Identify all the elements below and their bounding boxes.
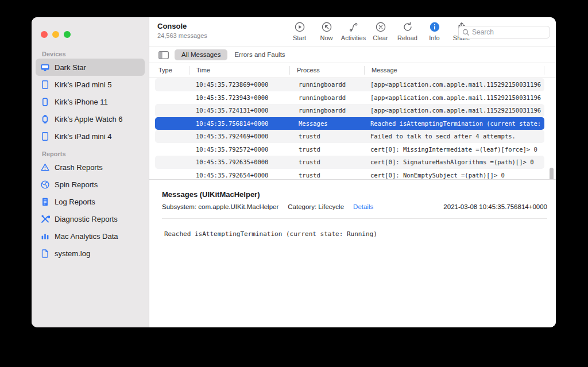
start-button[interactable]: Start: [286, 20, 313, 41]
sidebar: Devices Dark Star Kirk’s iPad mini 5 Kir…: [32, 17, 149, 327]
vertical-scrollbar[interactable]: [550, 168, 554, 180]
sidebar-item-log-reports[interactable]: Log Reports: [36, 193, 145, 210]
sidebar-item-label: Spin Reports: [55, 180, 98, 189]
column-header-message[interactable]: Message: [365, 66, 544, 75]
window-controls: [32, 17, 149, 43]
now-arrow-icon: [321, 20, 332, 34]
table-row[interactable]: 10:45:35.723943+0000 runningboardd [app<…: [155, 91, 544, 105]
reload-button[interactable]: Reload: [394, 20, 421, 41]
ipad-icon: [40, 80, 50, 90]
detail-header: Messages (UIKitMacHelper) Subsystem: com…: [149, 180, 556, 219]
detail-pane: Messages (UIKitMacHelper) Subsystem: com…: [149, 180, 556, 327]
detail-meta: Subsystem: com.apple.UIKit.MacHelper Cat…: [162, 203, 547, 210]
detail-timestamp: 2021-03-08 10:45:35.756814+0000: [443, 203, 547, 210]
sidebar-item-crash-reports[interactable]: Crash Reports: [36, 159, 145, 176]
log-document-icon: [40, 197, 50, 207]
sidebar-item-ipad-mini-5[interactable]: Kirk’s iPad mini 5: [36, 76, 145, 93]
clear-button[interactable]: Clear: [367, 20, 394, 41]
iphone-icon: [40, 97, 50, 107]
detail-subsystem: Subsystem: com.apple.UIKit.MacHelper: [162, 203, 278, 210]
now-button[interactable]: Now: [313, 20, 340, 41]
sidebar-item-system-log[interactable]: system.log: [36, 245, 145, 262]
sidebar-item-label: Crash Reports: [55, 163, 103, 172]
sidebar-section-reports: Reports: [32, 149, 149, 159]
table-row[interactable]: 10:45:35.792654+0000 trustd cert[0]: Non…: [155, 169, 544, 180]
pinwheel-icon: [40, 180, 50, 190]
zoom-window-button[interactable]: [64, 31, 71, 38]
display-icon: [40, 63, 50, 72]
sidebar-item-ipad-mini-4[interactable]: Kirk’s iPad mini 4: [36, 128, 145, 145]
page-title: Console: [157, 22, 207, 30]
sidebar-toggle-icon[interactable]: [158, 51, 169, 59]
detail-title: Messages (UIKitMacHelper): [162, 190, 547, 199]
column-header-type[interactable]: Type: [149, 66, 189, 75]
sidebar-item-dark-star[interactable]: Dark Star: [36, 59, 145, 76]
main-pane: Console 24,563 messages Start Now: [149, 17, 556, 327]
tools-icon: [40, 214, 50, 224]
play-circle-icon: [294, 20, 305, 34]
clear-circle-icon: [375, 20, 386, 34]
message-count: 24,563 messages: [157, 32, 207, 39]
search-field[interactable]: [458, 26, 550, 38]
info-button[interactable]: Info: [421, 20, 448, 41]
activities-button[interactable]: Activities: [340, 20, 367, 41]
bar-chart-icon: [40, 231, 50, 241]
info-icon: [429, 20, 440, 34]
tab-errors-and-faults[interactable]: Errors and Faults: [227, 49, 292, 60]
search-icon: [462, 29, 470, 36]
sidebar-item-label: Kirk’s Apple Watch 6: [55, 115, 123, 123]
sidebar-item-label: Dark Star: [55, 63, 86, 72]
console-window: Devices Dark Star Kirk’s iPad mini 5 Kir…: [32, 17, 556, 327]
search-input[interactable]: [472, 28, 556, 36]
close-window-button[interactable]: [41, 31, 48, 38]
column-header-process[interactable]: Process: [290, 66, 365, 75]
reload-icon: [402, 20, 413, 34]
detail-message: Reached isAttemptingTermination (current…: [149, 219, 556, 238]
warning-triangle-icon: [40, 163, 50, 172]
sidebar-item-spin-reports[interactable]: Spin Reports: [36, 176, 145, 193]
document-icon: [40, 249, 50, 258]
sidebar-item-label: system.log: [55, 249, 90, 258]
column-header-time[interactable]: Time: [189, 66, 290, 75]
sidebar-item-label: Log Reports: [55, 198, 95, 206]
table-header: Type Time Process Message: [149, 63, 556, 78]
log-table: 10:45:35.723869+0000 runningboardd [app<…: [149, 78, 556, 180]
detail-category: Category: Lifecycle: [288, 203, 344, 210]
sidebar-section-devices: Devices: [32, 49, 149, 59]
sidebar-item-label: Kirk’s iPhone 11: [55, 98, 108, 106]
sidebar-item-label: Diagnostic Reports: [55, 215, 118, 223]
table-row[interactable]: 10:45:35.792469+0000 trustd Failed to ta…: [155, 130, 544, 143]
table-row-selected[interactable]: 10:45:35.756814+0000 Messages Reached is…: [155, 117, 544, 130]
sidebar-item-label: Mac Analytics Data: [55, 232, 118, 241]
sidebar-item-diagnostic-reports[interactable]: Diagnostic Reports: [36, 210, 145, 227]
watch-icon: [40, 114, 50, 124]
ipad-icon: [40, 132, 50, 141]
filter-tabbar: All Messages Errors and Faults: [149, 47, 556, 63]
table-row[interactable]: 10:45:35.792572+0000 trustd cert[0]: Mis…: [155, 143, 544, 156]
window-title-block: Console 24,563 messages: [157, 22, 207, 39]
details-link[interactable]: Details: [353, 203, 373, 210]
sidebar-item-label: Kirk’s iPad mini 5: [55, 80, 111, 89]
sidebar-item-apple-watch-6[interactable]: Kirk’s Apple Watch 6: [36, 110, 145, 128]
toolbar-buttons: Start Now Activities: [286, 20, 475, 41]
sidebar-item-iphone-11[interactable]: Kirk’s iPhone 11: [36, 93, 145, 110]
sidebar-item-mac-analytics-data[interactable]: Mac Analytics Data: [36, 227, 145, 245]
table-row[interactable]: 10:45:35.792635+0000 trustd cert[0]: Sig…: [155, 156, 544, 169]
table-row[interactable]: 10:45:35.724131+0000 runningboardd [app<…: [155, 104, 544, 117]
sidebar-item-label: Kirk’s iPad mini 4: [55, 132, 111, 141]
minimize-window-button[interactable]: [52, 31, 59, 38]
table-row[interactable]: 10:45:35.723869+0000 runningboardd [app<…: [155, 78, 544, 91]
activities-icon: [348, 20, 359, 34]
tab-all-messages[interactable]: All Messages: [175, 49, 227, 60]
toolbar: Console 24,563 messages Start Now: [149, 17, 556, 47]
